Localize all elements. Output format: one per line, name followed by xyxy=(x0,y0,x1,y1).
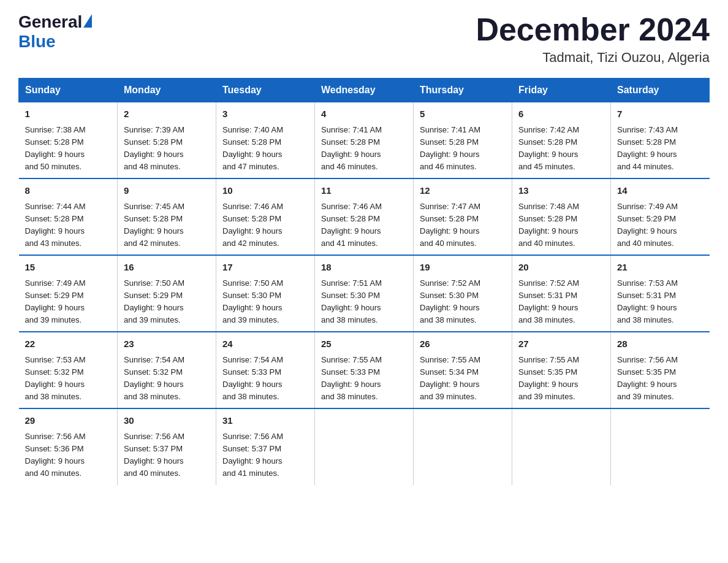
calendar-cell: 4Sunrise: 7:41 AMSunset: 5:28 PMDaylight… xyxy=(315,102,414,179)
weekday-header-friday: Friday xyxy=(512,79,611,102)
calendar-cell: 21Sunrise: 7:53 AMSunset: 5:31 PMDayligh… xyxy=(611,255,710,332)
calendar-cell: 30Sunrise: 7:56 AMSunset: 5:37 PMDayligh… xyxy=(118,408,216,484)
day-info: Sunrise: 7:45 AMSunset: 5:28 PMDaylight:… xyxy=(124,201,210,250)
calendar-cell: 2Sunrise: 7:39 AMSunset: 5:28 PMDaylight… xyxy=(118,102,216,179)
logo-blue: Blue xyxy=(18,32,56,52)
calendar-cell: 10Sunrise: 7:46 AMSunset: 5:28 PMDayligh… xyxy=(216,178,315,255)
calendar-cell: 6Sunrise: 7:42 AMSunset: 5:28 PMDaylight… xyxy=(512,102,611,179)
day-number: 1 xyxy=(25,107,112,121)
logo-general: General xyxy=(18,12,82,32)
calendar-cell: 22Sunrise: 7:53 AMSunset: 5:32 PMDayligh… xyxy=(19,332,118,408)
calendar-cell: 12Sunrise: 7:47 AMSunset: 5:28 PMDayligh… xyxy=(414,178,512,255)
calendar-cell: 23Sunrise: 7:54 AMSunset: 5:32 PMDayligh… xyxy=(118,332,216,408)
calendar-cell: 17Sunrise: 7:50 AMSunset: 5:30 PMDayligh… xyxy=(216,255,315,332)
calendar-cell: 7Sunrise: 7:43 AMSunset: 5:28 PMDaylight… xyxy=(611,102,710,179)
day-number: 30 xyxy=(124,414,210,428)
weekday-header-monday: Monday xyxy=(118,79,216,102)
calendar-cell: 24Sunrise: 7:54 AMSunset: 5:33 PMDayligh… xyxy=(216,332,315,408)
calendar-cell: 31Sunrise: 7:56 AMSunset: 5:37 PMDayligh… xyxy=(216,408,315,484)
day-number: 23 xyxy=(124,337,210,351)
day-info: Sunrise: 7:40 AMSunset: 5:28 PMDaylight:… xyxy=(222,124,308,174)
week-row-3: 15Sunrise: 7:49 AMSunset: 5:29 PMDayligh… xyxy=(19,255,710,332)
page-header: General Blue December 2024 Tadmait, Tizi… xyxy=(18,12,710,66)
day-number: 8 xyxy=(25,184,112,198)
calendar-cell: 9Sunrise: 7:45 AMSunset: 5:28 PMDaylight… xyxy=(118,178,216,255)
calendar-cell: 29Sunrise: 7:56 AMSunset: 5:36 PMDayligh… xyxy=(19,408,118,484)
title-section: December 2024 Tadmait, Tizi Ouzou, Alger… xyxy=(476,12,710,66)
day-number: 25 xyxy=(321,337,407,351)
calendar-cell: 27Sunrise: 7:55 AMSunset: 5:35 PMDayligh… xyxy=(512,332,611,408)
day-number: 18 xyxy=(321,261,407,275)
day-number: 29 xyxy=(25,414,112,428)
calendar-cell: 13Sunrise: 7:48 AMSunset: 5:28 PMDayligh… xyxy=(512,178,611,255)
day-info: Sunrise: 7:56 AMSunset: 5:37 PMDaylight:… xyxy=(222,431,308,480)
day-info: Sunrise: 7:43 AMSunset: 5:28 PMDaylight:… xyxy=(617,124,703,174)
day-info: Sunrise: 7:39 AMSunset: 5:28 PMDaylight:… xyxy=(124,124,210,174)
day-info: Sunrise: 7:53 AMSunset: 5:32 PMDaylight:… xyxy=(25,354,112,404)
calendar-cell: 5Sunrise: 7:41 AMSunset: 5:28 PMDaylight… xyxy=(414,102,512,179)
day-number: 16 xyxy=(124,261,210,275)
day-number: 26 xyxy=(420,337,506,351)
calendar-cell: 28Sunrise: 7:56 AMSunset: 5:35 PMDayligh… xyxy=(611,332,710,408)
day-info: Sunrise: 7:52 AMSunset: 5:31 PMDaylight:… xyxy=(518,277,604,327)
day-info: Sunrise: 7:55 AMSunset: 5:33 PMDaylight:… xyxy=(321,354,407,404)
calendar-cell: 25Sunrise: 7:55 AMSunset: 5:33 PMDayligh… xyxy=(315,332,414,408)
day-number: 28 xyxy=(617,337,703,351)
calendar-cell xyxy=(611,408,710,484)
day-number: 10 xyxy=(222,184,308,198)
weekday-header-thursday: Thursday xyxy=(414,79,512,102)
day-info: Sunrise: 7:49 AMSunset: 5:29 PMDaylight:… xyxy=(617,201,703,250)
calendar-cell xyxy=(315,408,414,484)
location-title: Tadmait, Tizi Ouzou, Algeria xyxy=(476,50,710,66)
day-number: 24 xyxy=(222,337,308,351)
day-info: Sunrise: 7:41 AMSunset: 5:28 PMDaylight:… xyxy=(321,124,407,174)
day-info: Sunrise: 7:53 AMSunset: 5:31 PMDaylight:… xyxy=(617,277,703,327)
day-info: Sunrise: 7:54 AMSunset: 5:32 PMDaylight:… xyxy=(124,354,210,404)
week-row-5: 29Sunrise: 7:56 AMSunset: 5:36 PMDayligh… xyxy=(19,408,710,484)
day-number: 20 xyxy=(518,261,604,275)
day-number: 11 xyxy=(321,184,407,198)
day-info: Sunrise: 7:56 AMSunset: 5:36 PMDaylight:… xyxy=(25,431,112,480)
day-info: Sunrise: 7:47 AMSunset: 5:28 PMDaylight:… xyxy=(420,201,506,250)
calendar-cell: 15Sunrise: 7:49 AMSunset: 5:29 PMDayligh… xyxy=(19,255,118,332)
day-info: Sunrise: 7:55 AMSunset: 5:35 PMDaylight:… xyxy=(518,354,604,404)
day-number: 14 xyxy=(617,184,703,198)
calendar-cell: 14Sunrise: 7:49 AMSunset: 5:29 PMDayligh… xyxy=(611,178,710,255)
weekday-header-row: SundayMondayTuesdayWednesdayThursdayFrid… xyxy=(19,79,710,102)
day-number: 3 xyxy=(222,107,308,121)
week-row-2: 8Sunrise: 7:44 AMSunset: 5:28 PMDaylight… xyxy=(19,178,710,255)
day-info: Sunrise: 7:38 AMSunset: 5:28 PMDaylight:… xyxy=(25,124,112,174)
calendar-cell: 18Sunrise: 7:51 AMSunset: 5:30 PMDayligh… xyxy=(315,255,414,332)
day-number: 15 xyxy=(25,261,112,275)
day-info: Sunrise: 7:56 AMSunset: 5:37 PMDaylight:… xyxy=(124,431,210,480)
day-number: 9 xyxy=(124,184,210,198)
day-info: Sunrise: 7:48 AMSunset: 5:28 PMDaylight:… xyxy=(518,201,604,250)
day-number: 17 xyxy=(222,261,308,275)
calendar-cell: 8Sunrise: 7:44 AMSunset: 5:28 PMDaylight… xyxy=(19,178,118,255)
day-info: Sunrise: 7:46 AMSunset: 5:28 PMDaylight:… xyxy=(222,201,308,250)
day-number: 13 xyxy=(518,184,604,198)
day-info: Sunrise: 7:44 AMSunset: 5:28 PMDaylight:… xyxy=(25,201,112,250)
day-number: 31 xyxy=(222,414,308,428)
calendar-cell xyxy=(512,408,611,484)
logo-triangle-icon xyxy=(83,14,92,28)
weekday-header-tuesday: Tuesday xyxy=(216,79,315,102)
day-number: 19 xyxy=(420,261,506,275)
logo: General Blue xyxy=(18,12,92,52)
calendar-cell: 1Sunrise: 7:38 AMSunset: 5:28 PMDaylight… xyxy=(19,102,118,179)
day-info: Sunrise: 7:41 AMSunset: 5:28 PMDaylight:… xyxy=(420,124,506,174)
day-number: 12 xyxy=(420,184,506,198)
day-number: 4 xyxy=(321,107,407,121)
day-number: 22 xyxy=(25,337,112,351)
weekday-header-wednesday: Wednesday xyxy=(315,79,414,102)
weekday-header-sunday: Sunday xyxy=(19,79,118,102)
day-info: Sunrise: 7:52 AMSunset: 5:30 PMDaylight:… xyxy=(420,277,506,327)
calendar-cell: 26Sunrise: 7:55 AMSunset: 5:34 PMDayligh… xyxy=(414,332,512,408)
day-number: 27 xyxy=(518,337,604,351)
month-title: December 2024 xyxy=(476,12,710,47)
calendar-cell: 11Sunrise: 7:46 AMSunset: 5:28 PMDayligh… xyxy=(315,178,414,255)
calendar-cell: 20Sunrise: 7:52 AMSunset: 5:31 PMDayligh… xyxy=(512,255,611,332)
day-info: Sunrise: 7:50 AMSunset: 5:29 PMDaylight:… xyxy=(124,277,210,327)
day-info: Sunrise: 7:42 AMSunset: 5:28 PMDaylight:… xyxy=(518,124,604,174)
day-number: 21 xyxy=(617,261,703,275)
